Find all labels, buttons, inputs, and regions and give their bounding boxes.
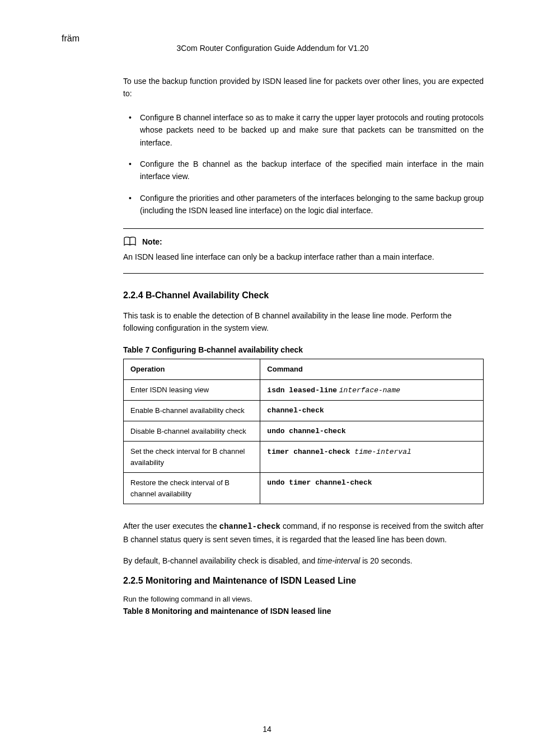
text-span: By default, B-channel availability check… — [123, 556, 317, 565]
post-table-text: By default, B-channel availability check… — [123, 555, 484, 567]
note-label: Note: — [142, 237, 162, 246]
table-header-row: Operation Command — [124, 359, 484, 380]
post-table-text: After the user executes the channel-chec… — [123, 520, 484, 546]
table-cell: isdn leased-line interface-name — [260, 379, 484, 401]
table-cell: Set the check interval for B channel ava… — [124, 442, 260, 473]
text-span: is 20 seconds. — [360, 556, 412, 565]
table-header: Operation — [124, 359, 260, 380]
note-text: An ISDN leased line interface can only b… — [123, 251, 484, 263]
list-item: Configure the B channel as the backup in… — [123, 158, 484, 183]
page-header: 3Com Router Configuration Guide Addendum… — [62, 44, 484, 53]
table-cell: Restore the check interval of B channel … — [124, 473, 260, 504]
table-row: Enable B-channel availability check chan… — [124, 401, 484, 421]
page-number: 14 — [263, 725, 271, 734]
param-inline: time-interval — [317, 556, 360, 565]
table-row: Disable B-channel availability check und… — [124, 421, 484, 442]
section-desc: This task is to enable the detection of … — [123, 309, 484, 335]
table-row: Restore the check interval of B channel … — [124, 473, 484, 504]
table-cell: channel-check — [260, 401, 484, 421]
command-text: timer channel-check — [267, 448, 354, 456]
list-item: Configure the priorities and other param… — [123, 192, 484, 217]
book-icon — [123, 237, 137, 247]
list-item: Configure B channel interface so as to m… — [123, 111, 484, 149]
table-cell: timer channel-check time-interval — [260, 442, 484, 473]
table-cell: undo timer channel-check — [260, 473, 484, 504]
table-title: Table 8 Monitoring and maintenance of IS… — [123, 607, 484, 616]
text-span: After the user executes the — [123, 522, 219, 530]
table-header: Command — [260, 359, 484, 380]
command-inline: channel-check — [219, 522, 280, 531]
table-cell: Enter ISDN leasing view — [124, 379, 260, 401]
note-box: Note: An ISDN leased line interface can … — [123, 228, 484, 274]
table-title: Table 7 Configuring B-channel availabili… — [123, 345, 484, 354]
command-text: isdn leased-line — [267, 386, 337, 395]
command-param: time-interval — [354, 448, 411, 456]
table-row: Set the check interval for B channel ava… — [124, 442, 484, 473]
section-heading: 2.2.5 Monitoring and Maintenance of ISDN… — [123, 576, 484, 586]
page-content: To use the backup function provided by I… — [62, 75, 484, 616]
config-table: Operation Command Enter ISDN leasing vie… — [123, 359, 484, 504]
section-heading: 2.2.4 B-Channel Availability Check — [123, 290, 484, 300]
intro-text: To use the backup function provided by I… — [123, 75, 484, 100]
table-row: Enter ISDN leasing view isdn leased-line… — [124, 379, 484, 401]
note-header: Note: — [123, 237, 484, 247]
section-desc: Run the following command in all views. — [123, 595, 484, 603]
command-param: interface-name — [339, 386, 400, 395]
table-cell: undo channel-check — [260, 421, 484, 442]
bullet-list: Configure B channel interface so as to m… — [123, 111, 484, 217]
table-cell: Enable B-channel availability check — [124, 401, 260, 421]
table-cell: Disable B-channel availability check — [124, 421, 260, 442]
